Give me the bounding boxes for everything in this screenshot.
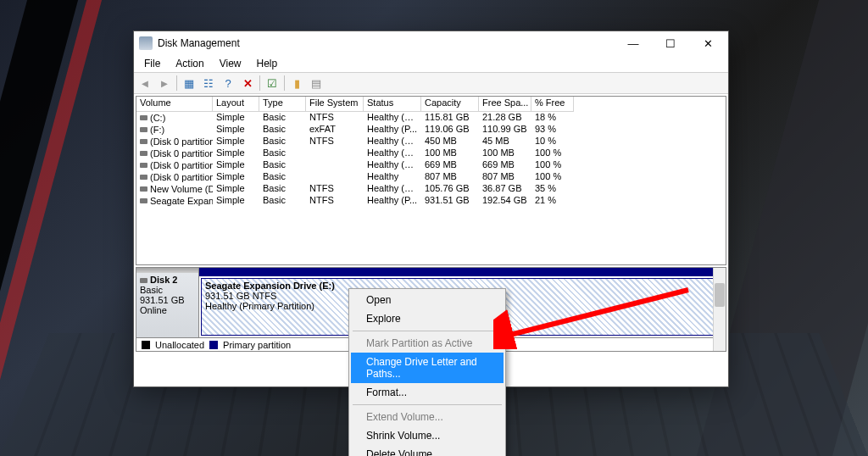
delete-icon[interactable]: ✕ (238, 74, 257, 92)
table-row[interactable]: (F:)SimpleBasicexFATHealthy (P...119.06 … (136, 124, 726, 136)
close-button[interactable]: ✕ (689, 31, 726, 55)
disk-kind: Basic (140, 285, 195, 295)
ctx-open[interactable]: Open (351, 291, 504, 309)
legend-unallocated: Unallocated (155, 340, 204, 350)
show-hide-tree-icon[interactable]: ▦ (180, 74, 198, 92)
col-status[interactable]: Status (364, 97, 421, 112)
column-headers[interactable]: Volume Layout Type File System Status Ca… (136, 97, 726, 112)
col-type[interactable]: Type (259, 97, 306, 112)
help-icon[interactable]: ? (219, 74, 237, 92)
forward-button[interactable]: ► (155, 74, 174, 92)
col-pctfree[interactable]: % Free (531, 97, 574, 112)
check-icon[interactable]: ☑ (263, 74, 281, 92)
table-row[interactable]: (Disk 0 partition 2)SimpleBasicHealthy (… (136, 147, 726, 159)
ctx-shrink[interactable]: Shrink Volume... (351, 426, 504, 445)
ctx-format[interactable]: Format... (351, 383, 504, 402)
menu-file[interactable]: File (137, 56, 167, 71)
ctx-mark-active: Mark Partition as Active (351, 334, 504, 353)
swatch-unallocated-icon (142, 341, 150, 349)
ctx-change-letter[interactable]: Change Drive Letter and Paths... (351, 353, 504, 383)
table-row[interactable]: (Disk 0 partition 1)SimpleBasicNTFSHealt… (136, 136, 726, 147)
table-row[interactable]: (C:)SimpleBasicNTFSHealthy (B...115.81 G… (136, 112, 726, 124)
scrollbar[interactable] (713, 268, 726, 351)
properties-icon[interactable]: ☷ (199, 74, 218, 92)
col-freespace[interactable]: Free Spa... (479, 97, 531, 112)
ctx-explore[interactable]: Explore (351, 309, 504, 328)
list-icon[interactable]: ▤ (307, 74, 326, 92)
app-icon (139, 36, 153, 50)
menu-help[interactable]: Help (250, 56, 285, 71)
window-title: Disk Management (158, 37, 615, 49)
menu-action[interactable]: Action (169, 56, 210, 71)
minimize-button[interactable]: — (615, 31, 652, 55)
disk-size: 931.51 GB (140, 295, 195, 305)
table-row[interactable]: (Disk 0 partition 6)SimpleBasicHealthy 8… (136, 171, 726, 183)
context-menu: Open Explore Mark Partition as Active Ch… (348, 288, 506, 456)
swatch-primary-icon (209, 341, 218, 349)
col-filesystem[interactable]: File System (306, 97, 364, 112)
back-button[interactable]: ◄ (136, 74, 154, 92)
table-row[interactable]: Seagate Expansion...SimpleBasicNTFSHealt… (136, 195, 726, 207)
volume-list[interactable]: Volume Layout Type File System Status Ca… (136, 96, 726, 265)
ctx-extend: Extend Volume... (351, 408, 504, 426)
toolbar: ◄ ► ▦ ☷ ? ✕ ☑ ▮ ▤ (134, 72, 728, 94)
table-row[interactable]: (Disk 0 partition 5)SimpleBasicHealthy (… (136, 159, 726, 171)
disk-label: Disk 2 (150, 275, 177, 285)
ctx-delete[interactable]: Delete Volume... (351, 445, 504, 456)
legend-primary: Primary partition (223, 340, 291, 350)
col-volume[interactable]: Volume (136, 97, 213, 112)
maximize-button[interactable]: ☐ (652, 31, 689, 55)
table-row[interactable]: New Volume (D:)SimpleBasicNTFSHealthy (B… (136, 183, 726, 195)
col-capacity[interactable]: Capacity (421, 97, 479, 112)
folder-icon[interactable]: ▮ (287, 74, 306, 92)
scrollbar-thumb[interactable] (715, 283, 725, 307)
menu-view[interactable]: View (213, 56, 248, 71)
menubar: File Action View Help (134, 55, 728, 72)
titlebar[interactable]: Disk Management — ☐ ✕ (134, 31, 728, 55)
disk-state: Online (140, 305, 195, 315)
disk-info[interactable]: Disk 2 Basic 931.51 GB Online (136, 268, 199, 337)
col-layout[interactable]: Layout (213, 97, 259, 112)
